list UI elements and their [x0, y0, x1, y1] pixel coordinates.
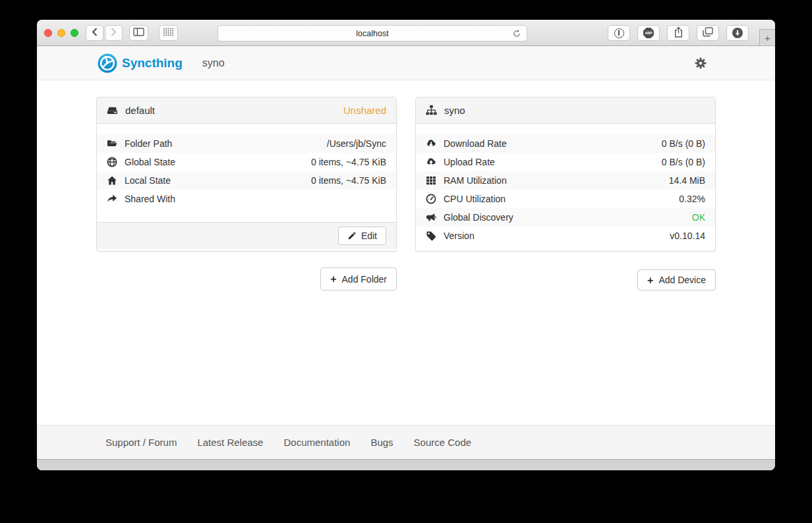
row-value: v0.10.14	[670, 231, 705, 241]
minimize-window-button[interactable]	[57, 29, 65, 37]
address-bar-url: localhost	[356, 29, 388, 38]
folder-status-badge: Unshared	[343, 105, 386, 116]
folder-panel-footer: Edit	[97, 222, 396, 249]
table-row: Global Discovery OK	[416, 208, 715, 227]
pencil-icon	[347, 232, 356, 240]
edit-button-label: Edit	[361, 231, 377, 241]
forward-button[interactable]	[105, 25, 123, 41]
add-folder-button[interactable]: + Add Folder	[320, 267, 397, 290]
row-value: 0 items, ~4.75 KiB	[311, 175, 386, 186]
cloud-download-icon	[426, 138, 436, 149]
adblock-icon: ABP	[643, 28, 654, 38]
row-label: Version	[444, 231, 475, 241]
row-label: Global Discovery	[444, 212, 513, 223]
onepassword-icon	[614, 28, 624, 38]
zoom-window-button[interactable]	[71, 29, 78, 37]
folder-table: Folder Path /Users/jb/Sync Global State …	[97, 124, 396, 222]
adblock-button[interactable]: ABP	[637, 25, 660, 41]
top-sites-grid-icon	[163, 27, 174, 39]
footer-link-source-code[interactable]: Source Code	[414, 437, 472, 448]
table-row: Global State 0 items, ~4.75 KiB	[97, 153, 396, 171]
home-icon	[107, 175, 117, 186]
add-device-button[interactable]: + Add Device	[637, 269, 716, 290]
row-value: 0.32%	[679, 194, 705, 204]
downloads-icon	[732, 28, 743, 38]
row-label: Shared With	[125, 194, 175, 204]
extension-buttons: ABP	[608, 25, 749, 41]
app-title: Syncthing	[122, 56, 183, 70]
settings-gear-icon[interactable]	[695, 57, 707, 69]
row-value: 0 items, ~4.75 KiB	[311, 157, 386, 167]
footer-link-support[interactable]: Support / Forum	[105, 437, 177, 448]
forward-icon	[111, 27, 117, 39]
plus-icon: +	[765, 32, 770, 43]
row-label: CPU Utilization	[444, 194, 506, 204]
add-device-column: + Add Device	[415, 267, 716, 290]
add-device-label: Add Device	[658, 275, 706, 285]
gauge-icon	[426, 194, 436, 204]
row-value: OK	[692, 212, 705, 223]
syncthing-logo-icon	[98, 53, 117, 73]
row-value: 0 B/s (0 B)	[662, 138, 705, 149]
table-row: Local State 0 items, ~4.75 KiB	[97, 171, 396, 190]
row-value: /Users/jb/Sync	[327, 138, 386, 149]
table-row: Folder Path /Users/jb/Sync	[97, 134, 396, 153]
reload-button[interactable]	[512, 28, 521, 41]
device-panel: syno Download Rate 0 B/s (0 B)	[415, 97, 716, 252]
row-label: Global State	[125, 157, 175, 167]
table-row: Shared With	[97, 190, 396, 208]
add-folder-label: Add Folder	[342, 274, 387, 285]
back-button[interactable]	[86, 25, 103, 41]
row-label: Folder Path	[125, 138, 172, 149]
onepassword-button[interactable]	[608, 25, 630, 41]
address-bar[interactable]: localhost	[218, 25, 527, 41]
navbar-device-name: syno	[202, 57, 225, 69]
window-controls	[44, 29, 78, 37]
sidebar-toggle-button[interactable]	[129, 25, 148, 41]
browser-window: localhost ABP	[37, 20, 775, 470]
folder-panel: default Unshared Folder Path /Users/jb/S…	[96, 97, 397, 252]
top-sites-button[interactable]	[159, 25, 178, 41]
cloud-upload-icon	[426, 157, 436, 167]
table-row: Download Rate 0 B/s (0 B)	[416, 134, 715, 153]
device-panel-header[interactable]: syno	[416, 97, 715, 124]
folder-title: default	[125, 105, 155, 116]
device-title: syno	[444, 105, 465, 116]
share-arrow-icon	[107, 194, 117, 204]
browser-toolbar: localhost ABP	[37, 20, 775, 46]
plus-icon: +	[330, 275, 336, 283]
tab-overview-button[interactable]	[697, 25, 719, 41]
footer-link-latest-release[interactable]: Latest Release	[197, 437, 263, 448]
row-value: 0 B/s (0 B)	[662, 157, 705, 167]
plus-icon: +	[647, 276, 653, 285]
new-tab-button[interactable]: +	[759, 29, 775, 46]
row-label: Download Rate	[444, 138, 507, 149]
back-icon	[92, 27, 98, 39]
folder-panel-header[interactable]: default Unshared	[97, 97, 396, 124]
folder-open-icon	[107, 138, 117, 149]
app-navbar: Syncthing syno	[37, 46, 775, 80]
table-row: RAM Utilization 14.4 MiB	[416, 171, 715, 190]
share-button[interactable]	[667, 25, 689, 41]
device-table: Download Rate 0 B/s (0 B) Upload Rate 0 …	[416, 124, 715, 251]
close-window-button[interactable]	[44, 29, 52, 37]
hdd-icon	[107, 105, 118, 116]
edit-button[interactable]: Edit	[338, 227, 386, 245]
row-value: 14.4 MiB	[669, 175, 705, 186]
main-content: default Unshared Folder Path /Users/jb/S…	[37, 80, 775, 425]
footer-link-bugs[interactable]: Bugs	[370, 437, 393, 448]
sidebar-icon	[133, 27, 144, 39]
grid-icon	[426, 175, 436, 186]
sitemap-icon	[426, 105, 437, 116]
row-label: RAM Utilization	[444, 175, 507, 186]
row-label: Local State	[125, 175, 171, 186]
window-bottom-bar	[37, 459, 775, 470]
bullhorn-icon	[426, 212, 436, 223]
row-label: Upload Rate	[444, 157, 495, 167]
tag-icon	[426, 231, 436, 241]
downloads-button[interactable]	[726, 25, 749, 41]
tabs-icon	[703, 27, 713, 40]
globe-icon	[107, 157, 117, 167]
add-folder-column: + Add Folder	[96, 267, 397, 290]
footer-link-documentation[interactable]: Documentation	[283, 437, 350, 448]
